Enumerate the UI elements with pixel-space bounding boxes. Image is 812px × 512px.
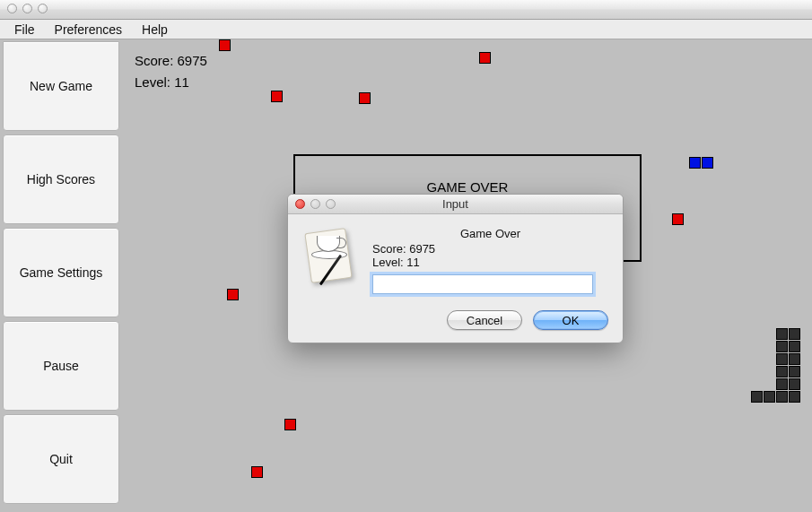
dark-block <box>776 341 788 352</box>
dark-block <box>776 353 788 365</box>
ok-button[interactable]: OK <box>533 310 608 330</box>
red-block <box>284 419 296 430</box>
pause-button[interactable]: Pause <box>3 321 119 411</box>
dialog-minimize-icon <box>310 199 320 209</box>
dark-block <box>789 378 800 390</box>
main-traffic-lights <box>0 0 55 17</box>
dark-block <box>789 391 800 403</box>
dialog-traffic-lights <box>288 199 343 209</box>
score-label: Score: 6975 <box>135 50 207 72</box>
close-icon[interactable] <box>7 4 17 13</box>
menu-help[interactable]: Help <box>133 21 177 39</box>
dialog-level-line: Level: 11 <box>372 256 608 269</box>
dialog-score-line: Score: 6975 <box>372 242 608 256</box>
dialog-titlebar: Input <box>288 195 623 214</box>
zoom-icon[interactable] <box>38 4 48 13</box>
dark-block <box>776 391 788 403</box>
red-block <box>219 39 231 51</box>
input-dialog: Input Game Over Score: 6975 Level: 11 <box>287 194 624 343</box>
menu-preferences[interactable]: Preferences <box>46 21 131 39</box>
dark-block <box>764 391 775 403</box>
menu-file[interactable]: File <box>5 21 44 39</box>
main-window-titlebar <box>0 0 812 20</box>
java-applet-icon <box>302 227 360 284</box>
dialog-close-icon[interactable] <box>295 199 305 209</box>
blue-block <box>702 157 713 169</box>
red-block <box>359 92 371 104</box>
minimize-icon[interactable] <box>22 4 32 13</box>
level-label: Level: 11 <box>135 72 207 93</box>
cancel-button[interactable]: Cancel <box>447 310 522 330</box>
blue-block <box>689 157 701 169</box>
game-info: Score: 6975 Level: 11 <box>135 50 207 93</box>
sidebar: New Game High Scores Game Settings Pause… <box>3 41 119 504</box>
dialog-zoom-icon <box>326 199 336 209</box>
dialog-heading: Game Over <box>372 227 608 240</box>
dark-block <box>751 391 763 403</box>
quit-button[interactable]: Quit <box>3 414 119 504</box>
dialog-body: Game Over Score: 6975 Level: 11 <box>288 214 623 305</box>
red-block <box>271 91 283 102</box>
dark-block <box>776 366 788 377</box>
dark-block <box>789 328 800 340</box>
red-block <box>479 52 491 64</box>
red-block <box>227 289 239 300</box>
dark-block <box>776 328 788 340</box>
dialog-text: Game Over Score: 6975 Level: 11 <box>372 227 608 294</box>
red-block <box>251 466 263 478</box>
dark-block <box>789 341 800 352</box>
game-settings-button[interactable]: Game Settings <box>3 228 119 317</box>
name-input[interactable] <box>372 274 593 294</box>
dark-block <box>776 378 788 390</box>
dark-block <box>789 353 800 365</box>
new-game-button[interactable]: New Game <box>3 41 119 131</box>
high-scores-button[interactable]: High Scores <box>3 135 119 224</box>
dialog-buttons: Cancel OK <box>288 305 623 343</box>
game-over-text: GAME OVER <box>427 179 509 195</box>
content-area: New Game High Scores Game Settings Pause… <box>0 39 812 512</box>
red-block <box>672 213 684 225</box>
dark-block <box>789 366 800 377</box>
menu-bar: File Preferences Help <box>0 20 812 39</box>
